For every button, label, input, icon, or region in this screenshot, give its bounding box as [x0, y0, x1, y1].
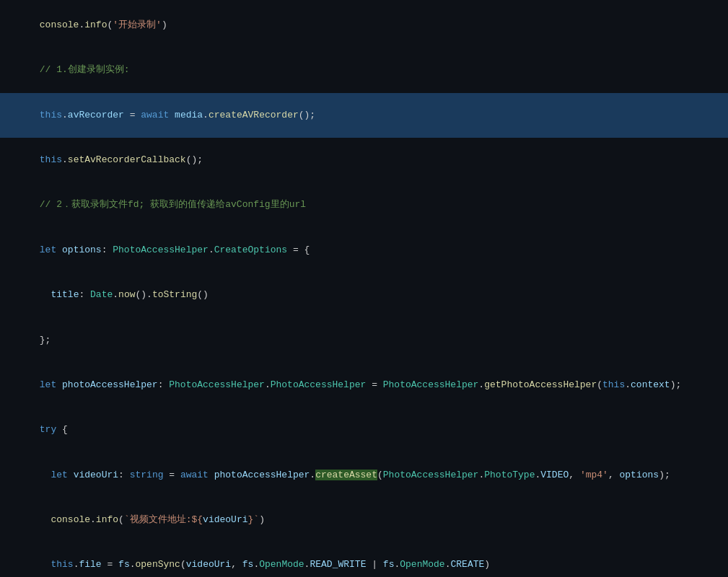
- code-line-3: this.avRecorder = await media.createAVRe…: [0, 93, 728, 138]
- code-editor: console.info('开始录制') // 1.创建录制实例: this.a…: [0, 0, 728, 577]
- code-line-10: try {: [0, 408, 728, 453]
- code-line-2: // 1.创建录制实例:: [0, 48, 728, 92]
- code-line-7: title: Date.now().toString(): [0, 273, 728, 317]
- code-line-11: let videoUri: string = await photoAccess…: [0, 453, 728, 498]
- code-line-9: let photoAccessHelper: PhotoAccessHelper…: [0, 363, 728, 408]
- code-line-5: // 2．获取录制文件fd; 获取到的值传递给avConfig里的url: [0, 183, 728, 228]
- code-line-12: console.info(`视频文件地址:${videoUri}`): [0, 498, 728, 542]
- code-line-4: this.setAvRecorderCallback();: [0, 138, 728, 182]
- code-line-8: };: [0, 318, 728, 363]
- code-line-6: let options: PhotoAccessHelper.CreateOpt…: [0, 228, 728, 273]
- code-line-13: this.file = fs.openSync(videoUri, fs.Ope…: [0, 543, 728, 577]
- code-line-1: console.info('开始录制'): [0, 3, 728, 48]
